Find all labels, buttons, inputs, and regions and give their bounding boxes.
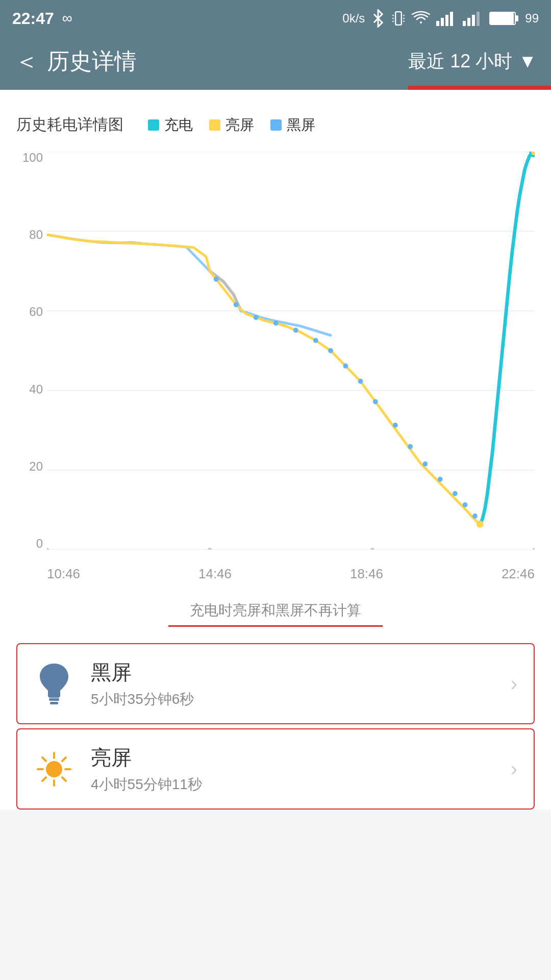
charging-dot [148,119,159,131]
svg-rect-45 [49,698,59,701]
bright-screen-info: 亮屏 4小时55分钟11秒 [91,744,494,794]
y-label-20: 20 [16,460,43,473]
svg-rect-13 [472,15,475,26]
svg-point-36 [408,444,413,449]
legend-title: 历史耗电详情图 [16,114,123,135]
bright-screen-icon [34,749,74,790]
svg-rect-12 [467,18,470,26]
svg-point-35 [393,423,398,428]
chart-caption: 充电时亮屏和黑屏不再计算 [16,591,535,627]
x-label-1: 14:46 [198,566,232,582]
svg-point-39 [453,491,458,496]
svg-line-55 [42,777,46,781]
chart-container: 0 20 40 60 80 100 [16,152,535,591]
dark-screen-name: 黑屏 [91,658,494,687]
svg-point-40 [463,502,468,507]
sun-icon [34,749,74,790]
svg-line-53 [62,777,66,781]
svg-point-25 [214,277,219,282]
svg-rect-10 [450,12,453,26]
page-title: 历史详情 [47,46,137,77]
svg-rect-8 [441,18,444,26]
x-axis: 10:46 14:46 18:46 22:46 [47,560,535,591]
status-left: 22:47 ∞ [12,9,72,28]
header-right[interactable]: 最近 12 小时 ▼ [408,49,537,74]
legend-charging: 充电 [148,115,193,135]
list-section: 黑屏 5小时35分钟6秒 › [16,643,535,810]
svg-point-38 [438,477,443,482]
svg-point-24 [533,548,535,550]
svg-rect-46 [50,702,58,704]
screen-on-label: 亮屏 [226,115,254,135]
dark-screen-item[interactable]: 黑屏 5小时35分钟6秒 › [16,643,535,724]
svg-point-37 [423,461,428,467]
status-bar: 22:47 ∞ 0k/s 99 [0,0,551,37]
y-label-60: 60 [16,306,43,318]
screen-on-dot [209,119,220,131]
bright-screen-arrow[interactable]: › [511,757,517,780]
svg-rect-0 [395,12,402,25]
bright-screen-name: 亮屏 [91,744,494,772]
main-content: 历史耗电详情图 充电 亮屏 黑屏 0 20 40 60 80 100 [0,90,551,810]
wifi-icon [412,9,430,28]
bluetooth-icon [371,9,385,28]
dark-screen-duration: 5小时35分钟6秒 [91,690,494,709]
battery-icon [489,12,516,25]
status-time: 22:47 [12,9,54,28]
back-button[interactable]: ＜ [14,45,39,78]
svg-point-27 [254,315,259,320]
charging-label: 充电 [164,115,193,135]
svg-rect-14 [477,12,480,26]
app-header: ＜ 历史详情 最近 12 小时 ▼ [0,37,551,86]
caption-text: 充电时亮屏和黑屏不再计算 [190,602,361,618]
svg-point-26 [234,302,239,307]
svg-point-28 [273,321,279,326]
svg-point-30 [313,338,318,343]
status-infinity: ∞ [62,10,72,27]
x-label-2: 18:46 [350,566,383,582]
dark-screen-arrow[interactable]: › [511,672,517,695]
y-axis: 0 20 40 60 80 100 [16,152,47,550]
bulb-icon [36,661,72,707]
x-label-0: 10:46 [47,566,80,582]
svg-point-29 [293,328,298,333]
tab-active-underline [408,86,551,90]
svg-point-32 [343,363,348,369]
data-speed: 0k/s [342,11,365,26]
dropdown-icon[interactable]: ▼ [518,51,537,72]
y-label-40: 40 [16,383,43,396]
time-range-label[interactable]: 最近 12 小时 [408,49,512,74]
x-label-3: 22:46 [502,566,535,582]
svg-point-22 [208,548,212,550]
y-label-80: 80 [16,229,43,241]
vibrate-icon [391,9,406,28]
caption-underline [168,625,383,627]
battery-chart [47,152,535,550]
svg-point-41 [472,513,478,519]
tab-underline-bar [0,86,551,90]
legend-screen-off: 黑屏 [270,115,315,135]
svg-point-31 [328,348,333,353]
battery-level: 99 [525,11,539,26]
svg-point-23 [370,548,374,550]
svg-rect-9 [445,15,448,26]
legend-screen-on: 亮屏 [209,115,254,135]
legend-row: 历史耗电详情图 充电 亮屏 黑屏 [16,104,535,143]
svg-point-42 [477,521,484,528]
svg-point-34 [373,399,378,404]
svg-point-33 [358,379,363,384]
y-label-0: 0 [16,537,43,550]
bright-screen-item[interactable]: 亮屏 4小时55分钟11秒 › [16,728,535,810]
signal2-icon [463,9,483,28]
svg-line-54 [62,757,66,761]
dark-screen-info: 黑屏 5小时35分钟6秒 [91,658,494,709]
screen-off-label: 黑屏 [287,115,315,135]
svg-point-47 [46,761,62,777]
bright-screen-duration: 4小时55分钟11秒 [91,775,494,794]
svg-line-52 [42,757,46,761]
signal-icon [436,9,457,28]
status-right: 0k/s 99 [342,9,539,28]
svg-rect-7 [436,21,439,26]
dark-screen-icon [34,664,74,704]
svg-point-21 [47,548,49,550]
